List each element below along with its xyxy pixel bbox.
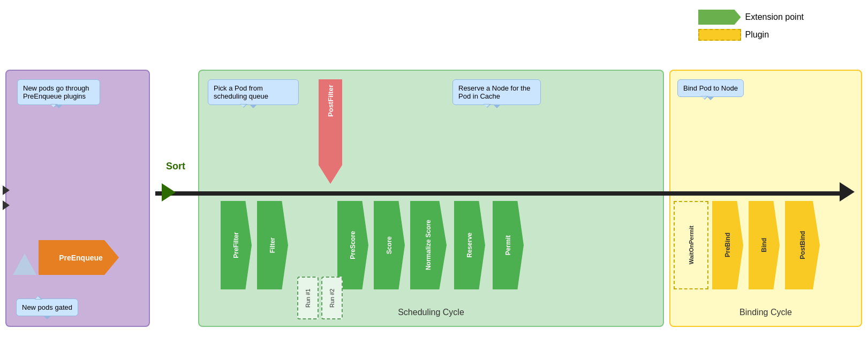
- permit-plugin: Permit: [493, 201, 524, 289]
- bind-pod-text: Bind Pod to Node: [683, 84, 738, 92]
- pick-pod-text: Pick a Pod from scheduling queue: [214, 84, 268, 100]
- normalize-score-plugin: Normalize Score: [410, 201, 447, 289]
- prequeue-section: New pods go through PreEnqueue plugins P…: [5, 70, 150, 327]
- reserve-plugin: Reserve: [454, 201, 485, 289]
- filter-plugin: Filter: [257, 201, 288, 289]
- postbind-plugin: PostBind: [785, 201, 820, 289]
- bubble-bind-pod: Bind Pod to Node: [677, 79, 760, 97]
- binding-cycle-label: Binding Cycle: [739, 308, 792, 317]
- prebind-plugin: PreBind: [712, 201, 743, 289]
- preenqueue-plugin: PreEnqueue: [39, 240, 119, 275]
- preenqueue-label: PreEnqueue: [55, 253, 103, 262]
- post-filter-label: PostFilter: [327, 85, 335, 117]
- run-1-box: Run #1: [297, 277, 319, 319]
- sort-arrow: [162, 183, 176, 202]
- score-label: Score: [386, 236, 393, 254]
- run-boxes: Run #1 Run #2: [297, 277, 343, 319]
- reserve-node-text: Reserve a Node for the Pod in Cache: [458, 84, 530, 100]
- wait-on-permit-label: WaitOnPermit: [688, 226, 695, 264]
- run-2-box: Run #2: [321, 277, 343, 319]
- reserve-label: Reserve: [466, 233, 473, 258]
- wait-on-permit: WaitOnPermit: [674, 201, 708, 289]
- bubble-pick-pod: Pick a Pod from scheduling queue: [208, 79, 299, 105]
- postbind-label: PostBind: [799, 231, 806, 259]
- triangle-1: [13, 253, 36, 275]
- incoming-arrow-2: [3, 200, 10, 210]
- legend-green-label: Extension point: [745, 12, 804, 22]
- legend-green-arrow: [698, 10, 741, 25]
- sort-label: Sort: [166, 161, 185, 171]
- permit-label: Permit: [504, 235, 512, 255]
- incoming-arrows: [3, 185, 10, 210]
- filter-label: Filter: [269, 237, 276, 253]
- bind-label: Bind: [760, 238, 768, 252]
- legend: Extension point Plugin: [698, 10, 804, 41]
- score-plugin: Score: [374, 201, 405, 289]
- incoming-arrow-1: [3, 185, 10, 195]
- legend-yellow-label: Plugin: [745, 30, 769, 40]
- main-flow-arrowhead: [840, 182, 855, 202]
- normalize-score-label: Normalize Score: [425, 220, 432, 270]
- gated-bubble-text: New pods gated: [22, 303, 72, 311]
- scheduling-cycle-label: Scheduling Cycle: [398, 308, 464, 317]
- sort-container: Sort: [166, 161, 185, 172]
- legend-plugin: Plugin: [698, 29, 804, 41]
- new-pods-bubble-text: New pods go through PreEnqueue plugins: [17, 79, 100, 105]
- legend-yellow-rect: [698, 29, 741, 41]
- prebind-label: PreBind: [724, 233, 731, 257]
- bind-plugin: Bind: [749, 201, 780, 289]
- bubble-new-pods: New pods go through PreEnqueue plugins: [17, 79, 100, 105]
- prefilter-label: PreFilter: [232, 232, 240, 258]
- post-filter-plugin: PostFilter: [319, 79, 342, 184]
- bubble-reserve-node: Reserve a Node for the Pod in Cache: [452, 79, 541, 105]
- prefilter-plugin: PreFilter: [221, 201, 252, 289]
- bubble-gated: New pods gated: [16, 299, 99, 316]
- prescore-label: PreScore: [349, 231, 357, 259]
- main-diagram: Extension point Plugin Scheduling Cycle …: [0, 0, 868, 358]
- main-flow-line: [155, 191, 843, 196]
- legend-extension-point: Extension point: [698, 10, 804, 25]
